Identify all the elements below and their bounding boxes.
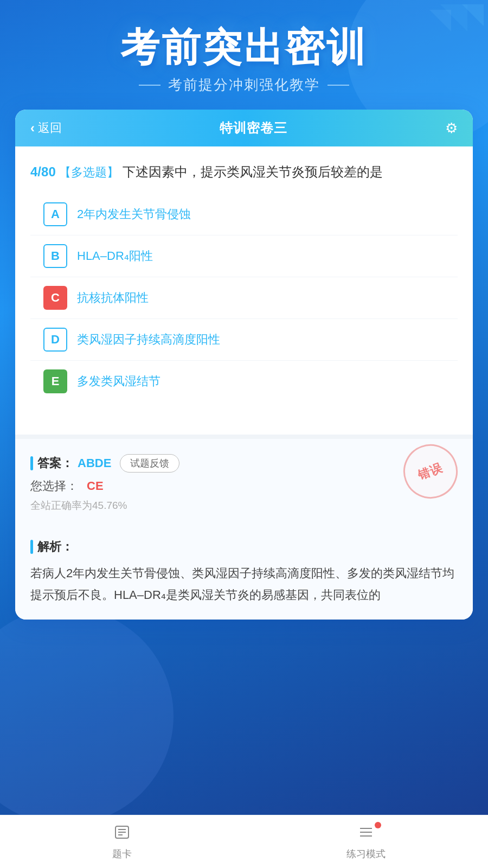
blue-bar — [30, 456, 33, 470]
subtitle: 考前提分冲刺强化教学 — [11, 75, 477, 94]
question-area: 4/80 【多选题】 下述因素中，提示类风湿关节炎预后较差的是 A 2年内发生关… — [15, 146, 473, 412]
tab-dot — [375, 822, 381, 828]
tika-icon — [114, 824, 130, 844]
option-b-label: B — [43, 244, 67, 268]
option-b[interactable]: B HLA–DR₄阳性 — [30, 235, 458, 277]
option-c[interactable]: C 抗核抗体阳性 — [30, 277, 458, 319]
answer-label-text: 答案： — [37, 455, 73, 471]
feedback-button[interactable]: 试题反馈 — [120, 454, 179, 473]
answer-section: 答案： ABDE 试题反馈 您选择： CE 全站正确率为45.76% 错误 — [15, 435, 473, 533]
chevron-left-icon: ‹ — [30, 120, 35, 136]
analysis-header: 解析： — [30, 539, 458, 555]
bottom-spacer — [0, 636, 488, 679]
spacer — [15, 413, 473, 435]
option-a-label: A — [43, 202, 67, 226]
header-section: 考前突出密训 考前提分冲刺强化教学 — [0, 0, 488, 110]
answer-value: ABDE — [78, 456, 111, 470]
back-button[interactable]: ‹ 返回 — [30, 120, 62, 136]
tab-tika[interactable]: 题卡 — [0, 815, 244, 868]
user-answer-row: 您选择： CE — [30, 478, 458, 494]
nav-title: 特训密卷三 — [220, 119, 287, 137]
option-a[interactable]: A 2年内发生关节骨侵蚀 — [30, 194, 458, 235]
option-e-text: 多发类风湿结节 — [77, 373, 160, 390]
option-b-text: HLA–DR₄阳性 — [77, 248, 153, 264]
settings-button[interactable]: ⚙ — [445, 120, 458, 137]
answer-row: 答案： ABDE 试题反馈 — [30, 454, 458, 473]
user-answer-label: 您选择： — [30, 478, 78, 494]
stamp-text: 错误 — [415, 459, 445, 483]
option-a-text: 2年内发生关节骨侵蚀 — [77, 206, 191, 222]
nav-bar: ‹ 返回 特训密卷三 ⚙ — [15, 110, 473, 146]
lianxi-icon — [358, 824, 374, 844]
main-title: 考前突出密训 — [11, 26, 477, 69]
user-answer-value: CE — [87, 479, 104, 493]
analysis-section: 解析： 若病人2年内发生关节骨侵蚀、类风湿因子持续高滴度阳性、多发的类风湿结节均… — [15, 533, 473, 620]
options-list: A 2年内发生关节骨侵蚀 B HLA–DR₄阳性 C 抗核抗体阳性 D 类风湿因… — [30, 194, 458, 402]
analysis-label: 解析： — [37, 539, 73, 555]
stamp-wrapper: 错误 — [403, 444, 458, 499]
question-number: 4/80 — [30, 164, 56, 179]
option-d-label: D — [43, 328, 67, 352]
option-c-label: C — [43, 286, 67, 310]
settings-icon: ⚙ — [445, 120, 458, 136]
question-type: 【多选题】 — [59, 165, 119, 179]
tab-bar: 题卡 练习模式 — [0, 815, 488, 868]
analysis-text: 若病人2年内发生关节骨侵蚀、类风湿因子持续高滴度阳性、多发的类风湿结节均提示预后… — [30, 563, 458, 607]
question-text: 下述因素中，提示类风湿关节炎预后较差的是 — [123, 164, 383, 179]
main-card: ‹ 返回 特训密卷三 ⚙ 4/80 【多选题】 下述因素中，提示类风湿关节炎预后… — [15, 110, 473, 620]
option-e-label: E — [43, 369, 67, 393]
tab-lianxi[interactable]: 练习模式 — [244, 815, 488, 868]
lianxi-label: 练习模式 — [346, 847, 386, 860]
tika-label: 题卡 — [112, 847, 132, 860]
wrong-stamp: 错误 — [396, 436, 465, 506]
right-dash — [328, 85, 349, 86]
left-dash — [139, 85, 160, 86]
option-e[interactable]: E 多发类风湿结节 — [30, 361, 458, 402]
subtitle-text: 考前提分冲刺强化教学 — [168, 75, 320, 94]
back-label: 返回 — [38, 120, 62, 136]
option-d-text: 类风湿因子持续高滴度阳性 — [77, 331, 220, 348]
accuracy-row: 全站正确率为45.76% — [30, 499, 458, 513]
analysis-blue-bar — [30, 540, 33, 554]
option-d[interactable]: D 类风湿因子持续高滴度阳性 — [30, 319, 458, 361]
option-c-text: 抗核抗体阳性 — [77, 290, 149, 306]
question-header: 4/80 【多选题】 下述因素中，提示类风湿关节炎预后较差的是 — [30, 162, 458, 182]
answer-label: 答案： ABDE — [30, 455, 111, 471]
